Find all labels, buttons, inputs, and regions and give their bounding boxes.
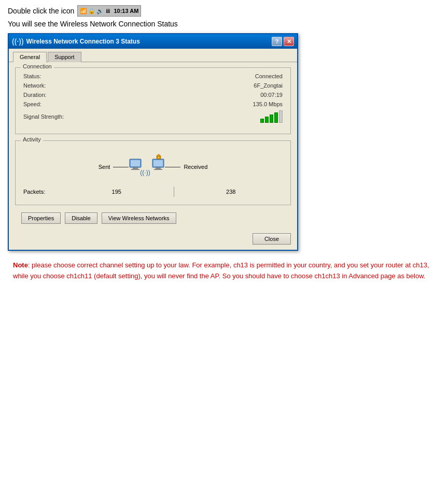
network-row: Network: 6F_Zongtai bbox=[23, 82, 283, 89]
status-row: Status: Connected bbox=[23, 73, 283, 79]
dialog-close-x-button[interactable]: ✕ bbox=[284, 37, 294, 46]
duration-row: Duration: 00:07:19 bbox=[23, 92, 283, 98]
svg-rect-5 bbox=[156, 167, 161, 169]
connection-section: Connection Status: Connected Network: 6F… bbox=[15, 67, 291, 134]
dialog-tabs: General Support bbox=[9, 49, 297, 62]
speed-label: Speed: bbox=[23, 101, 41, 107]
top-instruction: Double click the icon 📶 🔒 🔊 🖥 10:13 AM bbox=[8, 5, 440, 17]
activity-legend: Activity bbox=[21, 136, 43, 142]
speaker-icon: 🔊 bbox=[96, 8, 104, 15]
note-text: : please choose correct channel setting … bbox=[13, 261, 429, 280]
dialog-action-buttons: Properties Disable View Wireless Network… bbox=[15, 212, 291, 228]
svg-point-9 bbox=[158, 157, 160, 159]
dialog-wrapper: ((·)) Wireless Network Connection 3 Stat… bbox=[8, 33, 440, 251]
titlebar-buttons: ? ✕ bbox=[272, 37, 294, 46]
packets-sent-value: 195 bbox=[65, 189, 169, 195]
help-button[interactable]: ? bbox=[272, 37, 282, 46]
status-label: Status: bbox=[23, 73, 41, 79]
second-instruction-line: You will see the Wireless Network Connec… bbox=[8, 20, 440, 28]
wifi-title-icon: ((·)) bbox=[12, 37, 24, 46]
network-label: Network: bbox=[23, 82, 46, 89]
view-wireless-networks-button[interactable]: View Wireless Networks bbox=[102, 212, 176, 224]
activity-visual: Sent bbox=[23, 151, 283, 182]
packets-divider bbox=[174, 187, 174, 197]
received-label: Received bbox=[184, 164, 207, 170]
bar-1 bbox=[260, 119, 264, 123]
sent-line bbox=[113, 167, 129, 167]
bar-5 bbox=[279, 110, 283, 123]
tab-general[interactable]: General bbox=[13, 52, 47, 62]
properties-button[interactable]: Properties bbox=[21, 212, 61, 224]
network-icon: ((·)) bbox=[129, 151, 165, 182]
dialog-close-row: Close bbox=[9, 233, 297, 250]
second-line-text: You will see the Wireless Network Connec… bbox=[8, 20, 178, 28]
svg-rect-2 bbox=[131, 169, 139, 170]
packets-label: Packets: bbox=[23, 189, 65, 195]
svg-rect-7 bbox=[153, 160, 163, 166]
close-button[interactable]: Close bbox=[253, 233, 291, 245]
dialog-title-text: Wireless Network Connection 3 Status bbox=[26, 38, 140, 45]
lock-icon: 🔒 bbox=[88, 8, 95, 15]
bar-4 bbox=[274, 112, 278, 123]
dialog-body: Connection Status: Connected Network: 6F… bbox=[9, 62, 297, 233]
sent-label: Sent bbox=[99, 164, 110, 170]
status-value: Connected bbox=[255, 73, 283, 79]
bar-2 bbox=[265, 117, 269, 123]
tab-support[interactable]: Support bbox=[48, 52, 81, 62]
wireless-status-dialog: ((·)) Wireless Network Connection 3 Stat… bbox=[8, 33, 298, 251]
svg-text:((·)): ((·)) bbox=[141, 169, 150, 176]
duration-label: Duration: bbox=[23, 92, 47, 98]
svg-rect-1 bbox=[133, 167, 138, 169]
signal-value bbox=[260, 110, 283, 123]
speed-row: Speed: 135.0 Mbps bbox=[23, 101, 283, 107]
bar-3 bbox=[270, 115, 273, 123]
svg-rect-3 bbox=[131, 160, 140, 166]
titlebar-left: ((·)) Wireless Network Connection 3 Stat… bbox=[12, 37, 140, 46]
note-bold-label: Note bbox=[13, 261, 28, 269]
disable-button[interactable]: Disable bbox=[65, 212, 97, 224]
activity-section: Activity Sent bbox=[15, 140, 291, 205]
speed-value: 135.0 Mbps bbox=[253, 101, 283, 107]
network-value: 6F_Zongtai bbox=[254, 82, 283, 89]
connection-legend: Connection bbox=[21, 63, 54, 69]
signal-label: Signal Strength: bbox=[23, 113, 64, 120]
network-svg: ((·)) bbox=[129, 151, 165, 182]
wireless-icon: 📶 bbox=[80, 8, 87, 15]
dialog-titlebar: ((·)) Wireless Network Connection 3 Stat… bbox=[9, 34, 297, 49]
received-line bbox=[165, 167, 180, 167]
taskbar-preview: 📶 🔒 🔊 🖥 10:13 AM bbox=[77, 5, 141, 17]
instruction-prefix-text: Double click the icon bbox=[8, 7, 74, 15]
packets-received-value: 238 bbox=[179, 189, 283, 195]
packets-row: Packets: 195 238 bbox=[23, 187, 283, 197]
screen-icon: 🖥 bbox=[105, 8, 110, 14]
signal-row: Signal Strength: bbox=[23, 110, 283, 123]
svg-rect-6 bbox=[154, 169, 162, 170]
duration-value: 00:07:19 bbox=[260, 92, 283, 98]
note-section: Note: please choose correct channel sett… bbox=[8, 260, 440, 282]
taskbar-time: 10:13 AM bbox=[114, 8, 138, 14]
signal-bars bbox=[260, 110, 283, 123]
